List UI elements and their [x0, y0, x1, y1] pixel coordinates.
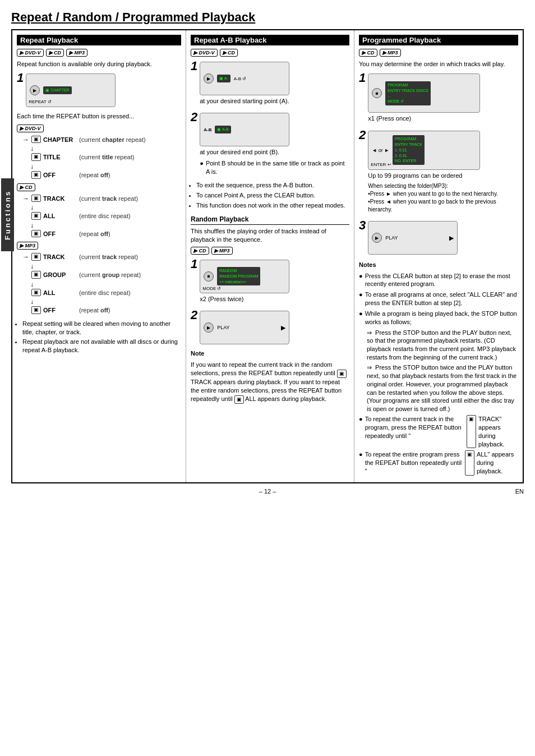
- chain-chapter: → ▣ CHAPTER (current chapter repeat): [22, 136, 181, 145]
- prog-step1-device: ■ PROGRAMENTRY TRACK DISCS...MODE ↺: [368, 73, 480, 113]
- ab-bullet-3: This function does not work in the other…: [196, 201, 349, 210]
- sidebar-functions-label: Functions: [1, 178, 14, 251]
- prog-cd-icon: ▶ CD: [359, 49, 377, 57]
- chain-all-mp3: → ▣ ALL (entire disc repeat): [22, 289, 181, 298]
- prog-intro: You may determine the order in which tra…: [359, 60, 518, 68]
- dvdv-icon: ▶ DVD-V: [17, 49, 44, 57]
- repeat-notes: Repeat setting will be cleared when movi…: [22, 320, 181, 354]
- chain-track-mp3: → ▣ TRACK (current track repeat): [22, 253, 181, 262]
- repeat-intro: Repeat function is available only during…: [17, 60, 181, 68]
- chain-off-mp3: → ▣ OFF (repeat off): [22, 306, 181, 315]
- dvdv-chain: → ▣ CHAPTER (current chapter repeat) ↓ →…: [22, 136, 181, 180]
- mp3-chain: → ▣ TRACK (current track repeat) ↓ → ▣ G…: [22, 253, 181, 315]
- repeat-ab-disc-icons: ▶ DVD-V ▶ CD: [191, 49, 349, 57]
- repeat-label-diag: REPEAT ↺: [29, 99, 52, 104]
- repeat-disc-icons: ▶ DVD-V ▶ CD ▶ MP3: [17, 49, 181, 57]
- cd-chain-icon: ▶ CD: [17, 183, 35, 191]
- ab-screen-1: ▣ A-: [217, 75, 230, 82]
- ab-step1: 1 ▶ ▣ A- A-B ↺ at your desired starting …: [191, 60, 349, 108]
- ab-dvdv-icon: ▶ DVD-V: [191, 49, 218, 57]
- prog-screen-1: PROGRAMENTRY TRACK DISCS...MODE ↺: [385, 81, 430, 105]
- repeat-playback-title: Repeat Playback: [17, 35, 181, 45]
- chain-group-mp3: → ▣ GROUP (current group repeat): [22, 271, 181, 280]
- cd-chain: → ▣ TRACK (current track repeat) ↓ → ▣ A…: [22, 195, 181, 239]
- prog-step2-device: ◄ or ► PROG/RAMENTRY TRACK1: 0:212: 0:31…: [368, 131, 480, 170]
- play-btn: ▶: [30, 85, 40, 95]
- cd-label: ▶ CD: [17, 183, 181, 191]
- repeat-step1: 1 ▶ ▣ CHAPTER REPEAT ↺: [17, 72, 181, 109]
- mode-label-rand: MODE ↺: [202, 286, 221, 291]
- chain-off-dvdv: → ▣ OFF (repeat off): [22, 171, 181, 180]
- random-mp3-icon: ▶ MP3: [211, 247, 233, 255]
- random-note-title: Note: [191, 349, 349, 358]
- ab-label: A-B ↺: [234, 76, 247, 81]
- ab-step1-desc: at your desired starting point (A).: [200, 97, 349, 105]
- page-number: – 12 –: [259, 488, 276, 495]
- ab-step1-device: ▶ ▣ A- A-B ↺: [200, 62, 289, 95]
- prog-note-2: To erase all programs at once, select "A…: [359, 291, 518, 307]
- dvdv-chain-icon: ▶ DVD-V: [17, 125, 44, 132]
- ab-point-b-note: Point B should be in the same title or t…: [200, 159, 349, 176]
- prog-step3-device: ▶ PLAY ▶: [368, 221, 458, 255]
- chapter-screen: ▣ CHAPTER: [43, 86, 71, 94]
- ab-btn-label: A-B: [204, 127, 211, 132]
- random-intro: This shuffles the playing order of track…: [191, 227, 349, 245]
- play-btn-prog: ▶: [372, 233, 382, 243]
- repeat-playback-section: Repeat Playback ▶ DVD-V ▶ CD ▶ MP3 Repea…: [12, 30, 186, 482]
- random-title: Random Playback: [191, 215, 349, 225]
- play-arrow-rand: ▶: [281, 324, 285, 331]
- play-label-prog: PLAY: [385, 235, 398, 241]
- mp3-label: ▶ MP3: [17, 242, 181, 250]
- stop-btn-rand: ■: [204, 271, 214, 282]
- prog-disc-icons: ▶ CD ▶ MP3: [359, 49, 518, 57]
- ab-screen-2: ▣ A-B: [215, 126, 230, 133]
- prog-note-5: To repeat the entire program press the R…: [359, 450, 518, 476]
- play-label-rand: PLAY: [217, 325, 229, 330]
- prog-folder-note: When selecting the folder(MP3): •Press ►…: [368, 182, 518, 214]
- page-footer: – 12 – EN: [11, 488, 524, 495]
- prog-step3: 3 ▶ PLAY ▶: [359, 219, 518, 256]
- prog-stop-note-2: Press the STOP button twice and the PLAY…: [367, 363, 518, 413]
- play-arrow-prog: ▶: [449, 234, 454, 242]
- mp3-chain-icon: ▶ MP3: [17, 242, 38, 250]
- random-cd-icon: ▶ CD: [191, 247, 209, 255]
- stop-btn-prog: ■: [372, 88, 382, 98]
- ab-step2-desc: at your desired end point (B).: [200, 148, 349, 156]
- prog-note-3: While a program is being played back, th…: [359, 310, 518, 326]
- prog-stop-note-1: Press the STOP button and the PLAY butto…: [367, 329, 518, 362]
- middle-section: Repeat A-B Playback ▶ DVD-V ▶ CD 1 ▶ ▣ A…: [186, 30, 354, 482]
- ab-bullet-2: To cancel Point A, press the CLEAR butto…: [196, 191, 349, 200]
- repeat-note-2: Repeat playback are not available with a…: [22, 338, 181, 354]
- random-screen: RANDOMRANDOM PROGRAM<< indication>>: [217, 267, 260, 285]
- random-step1-caption: x2 (Press twice): [200, 295, 349, 303]
- ab-bullet-1: To exit the sequence, press the A-B butt…: [196, 181, 349, 190]
- prog-note-4: To repeat the current track in the progr…: [359, 415, 518, 448]
- prog-step1: 1 ■ PROGRAMENTRY TRACK DISCS...MODE ↺ x1…: [359, 72, 518, 125]
- mp3-icon: ▶ MP3: [66, 49, 87, 57]
- prog-step1-caption: x1 (Press once): [368, 114, 518, 123]
- dvdv-label: ▶ DVD-V: [17, 125, 181, 132]
- ab-bullets: To exit the sequence, press the A-B butt…: [196, 181, 349, 210]
- play-btn-rand: ▶: [204, 322, 214, 333]
- prog-screen-2: PROG/RAMENTRY TRACK1: 0:212: 0:31NO. ENT…: [393, 135, 425, 165]
- ab-step2-device: A-B ▣ A-B: [200, 113, 289, 146]
- cd-icon: ▶ CD: [46, 49, 64, 57]
- random-step2-device: ▶ PLAY ▶: [200, 311, 289, 344]
- page-title: Repeat / Random / Programmed Playback: [11, 10, 524, 25]
- lang-label: EN: [515, 488, 524, 495]
- random-step2: 2 ▶ PLAY ▶: [191, 309, 349, 346]
- random-step1: 1 ■ RANDOMRANDOM PROGRAM<< indication>> …: [191, 258, 349, 306]
- prog-step2: 2 ◄ or ► PROG/RAMENTRY TRACK1: 0:212: 0:…: [359, 129, 518, 216]
- repeat-device-diagram: ▶ ▣ CHAPTER REPEAT ↺: [26, 73, 116, 107]
- chain-track-cd: → ▣ TRACK (current track repeat): [22, 195, 181, 204]
- ab-cd-icon: ▶ CD: [220, 49, 238, 57]
- prog-mp3-icon: ▶ MP3: [380, 49, 401, 57]
- play-btn-ab1: ▶: [204, 73, 214, 84]
- programmed-playback-section: Programmed Playback ▶ CD ▶ MP3 You may d…: [354, 30, 523, 482]
- prog-note-1: Press the CLEAR button at step [2] to er…: [359, 272, 518, 289]
- prog-notes-title: Notes: [359, 261, 518, 269]
- programmed-title: Programmed Playback: [359, 35, 518, 45]
- repeat-note-1: Repeat setting will be cleared when movi…: [22, 320, 181, 336]
- prog-step2-desc: Up to 99 programs can be ordered: [368, 172, 518, 180]
- chain-off-cd: → ▣ OFF (repeat off): [22, 230, 181, 239]
